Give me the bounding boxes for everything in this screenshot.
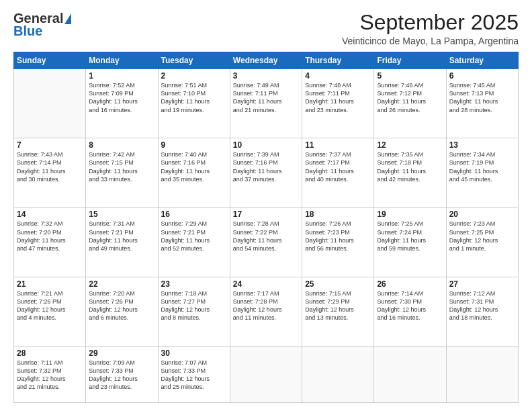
- day-content: Sunrise: 7:46 AMSunset: 7:12 PMDaylight:…: [377, 81, 443, 114]
- col-thursday: Thursday: [302, 52, 374, 69]
- day-number: 14: [17, 210, 83, 219]
- day-content: Sunrise: 7:11 AMSunset: 7:32 PMDaylight:…: [17, 359, 83, 392]
- calendar-week-0: 1Sunrise: 7:52 AMSunset: 7:09 PMDaylight…: [14, 69, 519, 138]
- calendar-cell: 22Sunrise: 7:20 AMSunset: 7:26 PMDayligh…: [86, 277, 158, 346]
- day-number: 1: [89, 71, 154, 81]
- day-number: 22: [89, 279, 154, 289]
- day-content: Sunrise: 7:20 AMSunset: 7:26 PMDaylight:…: [89, 289, 154, 322]
- day-number: 2: [161, 71, 227, 81]
- calendar-cell: 23Sunrise: 7:18 AMSunset: 7:27 PMDayligh…: [158, 277, 230, 346]
- calendar-cell: 3Sunrise: 7:49 AMSunset: 7:11 PMDaylight…: [230, 69, 302, 138]
- calendar-cell: 18Sunrise: 7:26 AMSunset: 7:23 PMDayligh…: [302, 208, 374, 277]
- day-content: Sunrise: 7:09 AMSunset: 7:33 PMDaylight:…: [89, 359, 154, 392]
- day-number: 7: [17, 140, 83, 150]
- day-content: Sunrise: 7:25 AMSunset: 7:24 PMDaylight:…: [377, 220, 443, 253]
- day-content: Sunrise: 7:17 AMSunset: 7:28 PMDaylight:…: [233, 289, 299, 322]
- calendar-cell: 4Sunrise: 7:48 AMSunset: 7:11 PMDaylight…: [302, 69, 374, 138]
- title-block: September 2025 Veinticinco de Mayo, La P…: [342, 11, 519, 46]
- calendar-cell: 30Sunrise: 7:07 AMSunset: 7:33 PMDayligh…: [158, 346, 230, 402]
- calendar-cell: [230, 346, 302, 402]
- day-content: Sunrise: 7:42 AMSunset: 7:15 PMDaylight:…: [89, 150, 154, 183]
- day-number: 15: [89, 210, 154, 219]
- calendar-cell: 16Sunrise: 7:29 AMSunset: 7:21 PMDayligh…: [158, 208, 230, 277]
- logo: General Blue: [13, 11, 71, 39]
- day-number: 9: [161, 140, 227, 150]
- day-number: 20: [449, 210, 515, 219]
- col-tuesday: Tuesday: [158, 52, 230, 69]
- day-content: Sunrise: 7:39 AMSunset: 7:16 PMDaylight:…: [233, 150, 299, 183]
- day-number: 25: [305, 279, 371, 289]
- day-content: Sunrise: 7:32 AMSunset: 7:20 PMDaylight:…: [17, 220, 83, 253]
- calendar-cell: 1Sunrise: 7:52 AMSunset: 7:09 PMDaylight…: [86, 69, 158, 138]
- col-sunday: Sunday: [14, 52, 86, 69]
- day-number: 6: [449, 71, 515, 81]
- day-content: Sunrise: 7:34 AMSunset: 7:19 PMDaylight:…: [449, 150, 515, 183]
- calendar-cell: 2Sunrise: 7:51 AMSunset: 7:10 PMDaylight…: [158, 69, 230, 138]
- col-monday: Monday: [86, 52, 158, 69]
- day-content: Sunrise: 7:12 AMSunset: 7:31 PMDaylight:…: [449, 289, 515, 322]
- col-wednesday: Wednesday: [230, 52, 302, 69]
- day-number: 5: [377, 71, 443, 81]
- day-number: 18: [305, 210, 371, 219]
- day-content: Sunrise: 7:23 AMSunset: 7:25 PMDaylight:…: [449, 220, 515, 253]
- calendar-table: Sunday Monday Tuesday Wednesday Thursday…: [13, 52, 519, 403]
- calendar-cell: 12Sunrise: 7:35 AMSunset: 7:18 PMDayligh…: [374, 138, 446, 208]
- day-content: Sunrise: 7:40 AMSunset: 7:16 PMDaylight:…: [161, 150, 227, 183]
- day-number: 4: [305, 71, 371, 81]
- calendar-cell: 17Sunrise: 7:28 AMSunset: 7:22 PMDayligh…: [230, 208, 302, 277]
- day-content: Sunrise: 7:28 AMSunset: 7:22 PMDaylight:…: [233, 220, 299, 253]
- day-number: 10: [233, 140, 299, 150]
- calendar-cell: 15Sunrise: 7:31 AMSunset: 7:21 PMDayligh…: [86, 208, 158, 277]
- day-number: 13: [449, 140, 515, 150]
- day-content: Sunrise: 7:29 AMSunset: 7:21 PMDaylight:…: [161, 220, 227, 253]
- day-content: Sunrise: 7:31 AMSunset: 7:21 PMDaylight:…: [89, 220, 154, 253]
- calendar-header-row: Sunday Monday Tuesday Wednesday Thursday…: [14, 52, 519, 69]
- day-content: Sunrise: 7:14 AMSunset: 7:30 PMDaylight:…: [377, 289, 443, 322]
- calendar-cell: 13Sunrise: 7:34 AMSunset: 7:19 PMDayligh…: [446, 138, 518, 208]
- location-subtitle: Veinticinco de Mayo, La Pampa, Argentina: [342, 36, 519, 46]
- day-number: 24: [233, 279, 299, 289]
- day-number: 23: [161, 279, 227, 289]
- calendar-cell: 20Sunrise: 7:23 AMSunset: 7:25 PMDayligh…: [446, 208, 518, 277]
- day-number: 19: [377, 210, 443, 219]
- day-content: Sunrise: 7:18 AMSunset: 7:27 PMDaylight:…: [161, 289, 227, 322]
- calendar-cell: 6Sunrise: 7:45 AMSunset: 7:13 PMDaylight…: [446, 69, 518, 138]
- day-content: Sunrise: 7:51 AMSunset: 7:10 PMDaylight:…: [161, 81, 227, 114]
- calendar-cell: 24Sunrise: 7:17 AMSunset: 7:28 PMDayligh…: [230, 277, 302, 346]
- day-number: 3: [233, 71, 299, 81]
- calendar-week-4: 28Sunrise: 7:11 AMSunset: 7:32 PMDayligh…: [14, 346, 519, 402]
- calendar-cell: 21Sunrise: 7:21 AMSunset: 7:26 PMDayligh…: [14, 277, 86, 346]
- day-content: Sunrise: 7:45 AMSunset: 7:13 PMDaylight:…: [449, 81, 515, 114]
- day-number: 11: [305, 140, 371, 150]
- calendar-cell: 11Sunrise: 7:37 AMSunset: 7:17 PMDayligh…: [302, 138, 374, 208]
- logo-triangle-icon: [64, 13, 71, 24]
- day-number: 17: [233, 210, 299, 219]
- calendar-cell: 19Sunrise: 7:25 AMSunset: 7:24 PMDayligh…: [374, 208, 446, 277]
- calendar-cell: [14, 69, 86, 138]
- day-number: 26: [377, 279, 443, 289]
- day-content: Sunrise: 7:52 AMSunset: 7:09 PMDaylight:…: [89, 81, 154, 114]
- calendar-cell: [446, 346, 518, 402]
- day-number: 28: [17, 349, 83, 358]
- calendar-cell: 7Sunrise: 7:43 AMSunset: 7:14 PMDaylight…: [14, 138, 86, 208]
- calendar-cell: 8Sunrise: 7:42 AMSunset: 7:15 PMDaylight…: [86, 138, 158, 208]
- calendar-cell: [374, 346, 446, 402]
- day-number: 30: [161, 349, 227, 358]
- col-saturday: Saturday: [446, 52, 518, 69]
- day-content: Sunrise: 7:48 AMSunset: 7:11 PMDaylight:…: [305, 81, 371, 114]
- calendar-cell: 29Sunrise: 7:09 AMSunset: 7:33 PMDayligh…: [86, 346, 158, 402]
- day-content: Sunrise: 7:26 AMSunset: 7:23 PMDaylight:…: [305, 220, 371, 253]
- day-content: Sunrise: 7:37 AMSunset: 7:17 PMDaylight:…: [305, 150, 371, 183]
- calendar-cell: 5Sunrise: 7:46 AMSunset: 7:12 PMDaylight…: [374, 69, 446, 138]
- day-number: 29: [89, 349, 154, 358]
- calendar-week-1: 7Sunrise: 7:43 AMSunset: 7:14 PMDaylight…: [14, 138, 519, 208]
- day-number: 8: [89, 140, 154, 150]
- day-content: Sunrise: 7:15 AMSunset: 7:29 PMDaylight:…: [305, 289, 371, 322]
- calendar-cell: 26Sunrise: 7:14 AMSunset: 7:30 PMDayligh…: [374, 277, 446, 346]
- month-title: September 2025: [342, 11, 519, 34]
- calendar-cell: 28Sunrise: 7:11 AMSunset: 7:32 PMDayligh…: [14, 346, 86, 402]
- day-content: Sunrise: 7:49 AMSunset: 7:11 PMDaylight:…: [233, 81, 299, 114]
- calendar-cell: 9Sunrise: 7:40 AMSunset: 7:16 PMDaylight…: [158, 138, 230, 208]
- col-friday: Friday: [374, 52, 446, 69]
- calendar-cell: 25Sunrise: 7:15 AMSunset: 7:29 PMDayligh…: [302, 277, 374, 346]
